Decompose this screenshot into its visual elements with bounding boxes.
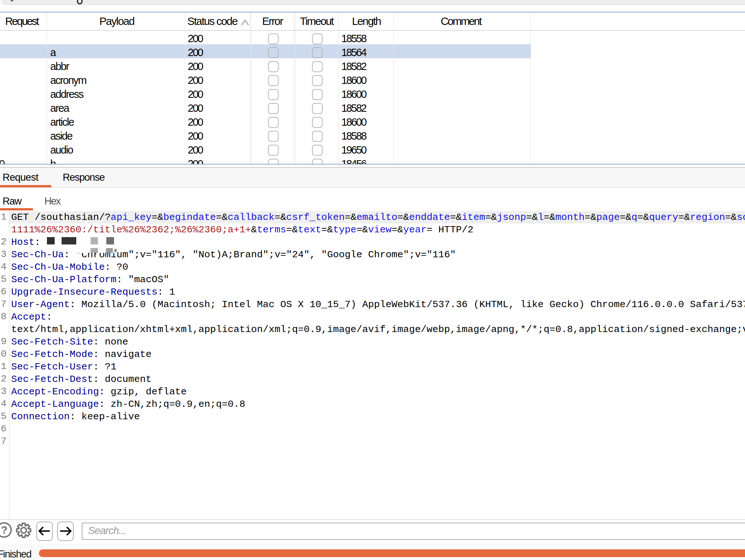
svg-text:?: ? xyxy=(1,524,7,536)
